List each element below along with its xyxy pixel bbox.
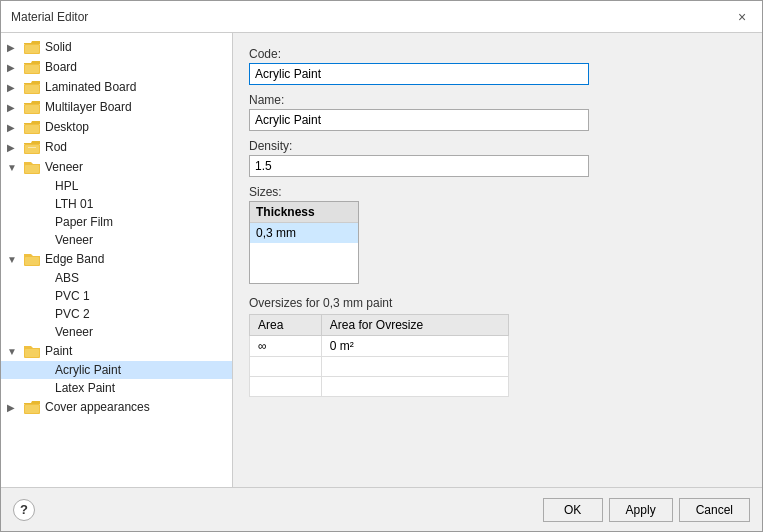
tree-item-veneer[interactable]: ▼ Veneer — [1, 157, 232, 177]
folder-icon-multilayer-board — [23, 99, 41, 115]
sizes-section: Sizes: Thickness 0,3 mm — [249, 185, 746, 284]
sizes-list-empty — [250, 263, 358, 283]
material-tree: ▶ Solid▶ Board▶ Laminated Board▶ — [1, 33, 233, 487]
tree-label-hpl: HPL — [55, 179, 78, 193]
name-input[interactable] — [249, 109, 589, 131]
tree-item-hpl[interactable]: HPL — [1, 177, 232, 195]
sizes-list-empty — [250, 243, 358, 263]
oversizes-label: Oversizes for 0,3 mm paint — [249, 296, 746, 310]
folder-icon-laminated-board — [23, 79, 41, 95]
tree-item-paint[interactable]: ▼ Paint — [1, 341, 232, 361]
tree-item-veneer-child[interactable]: Veneer — [1, 231, 232, 249]
expand-icon-laminated-board: ▶ — [7, 82, 23, 93]
title-bar: Material Editor × — [1, 1, 762, 33]
dialog-title: Material Editor — [11, 10, 88, 24]
tree-item-cover-appearances[interactable]: ▶ Cover appearances — [1, 397, 232, 417]
oversize-cell: ∞ — [250, 336, 322, 357]
tree-label-cover-appearances: Cover appearances — [45, 400, 150, 414]
expand-icon-veneer: ▼ — [7, 162, 23, 173]
svg-rect-2 — [25, 45, 39, 53]
tree-item-pvc1[interactable]: PVC 1 — [1, 287, 232, 305]
sizes-list: Thickness 0,3 mm — [249, 201, 359, 284]
expand-icon-desktop: ▶ — [7, 122, 23, 133]
tree-item-edge-band[interactable]: ▼ Edge Band — [1, 249, 232, 269]
tree-label-solid: Solid — [45, 40, 72, 54]
svg-rect-18 — [28, 147, 36, 148]
tree-item-desktop[interactable]: ▶ Desktop — [1, 117, 232, 137]
expand-icon-solid: ▶ — [7, 42, 23, 53]
ok-button[interactable]: OK — [543, 498, 603, 522]
tree-item-laminated-board[interactable]: ▶ Laminated Board — [1, 77, 232, 97]
tree-label-pvc2: PVC 2 — [55, 307, 90, 321]
tree-item-rod[interactable]: ▶ Rod — [1, 137, 232, 157]
tree-item-latex-paint[interactable]: Latex Paint — [1, 379, 232, 397]
expand-icon-board: ▶ — [7, 62, 23, 73]
tree-label-acrylic-paint: Acrylic Paint — [55, 363, 121, 377]
folder-icon-desktop — [23, 119, 41, 135]
svg-marker-23 — [24, 254, 40, 257]
folder-icon-solid — [23, 39, 41, 55]
oversize-cell: 0 m² — [321, 336, 508, 357]
oversize-row-empty — [250, 377, 509, 397]
svg-rect-11 — [25, 105, 39, 113]
expand-icon-multilayer-board: ▶ — [7, 102, 23, 113]
svg-rect-27 — [25, 349, 39, 357]
name-label: Name: — [249, 93, 746, 107]
content-area: ▶ Solid▶ Board▶ Laminated Board▶ — [1, 33, 762, 487]
folder-icon-board — [23, 59, 41, 75]
tree-label-laminated-board: Laminated Board — [45, 80, 136, 94]
tree-label-latex-paint: Latex Paint — [55, 381, 115, 395]
folder-icon-rod — [23, 139, 41, 155]
tree-item-solid[interactable]: ▶ Solid — [1, 37, 232, 57]
close-button[interactable]: × — [732, 7, 752, 27]
svg-marker-7 — [24, 81, 40, 84]
oversize-col-header: Area for Ovresize — [321, 315, 508, 336]
tree-item-veneer2[interactable]: Veneer — [1, 323, 232, 341]
footer: ? OK Apply Cancel — [1, 487, 762, 531]
sizes-list-item[interactable]: 0,3 mm — [250, 223, 358, 243]
material-editor-dialog: Material Editor × ▶ Solid▶ Board▶ Lamin — [0, 0, 763, 532]
folder-icon-edge-band — [23, 251, 41, 267]
svg-rect-30 — [25, 405, 39, 413]
svg-rect-24 — [25, 257, 39, 265]
density-input[interactable] — [249, 155, 589, 177]
density-label: Density: — [249, 139, 746, 153]
svg-marker-4 — [24, 61, 40, 64]
svg-marker-29 — [24, 401, 40, 404]
folder-icon-paint — [23, 343, 41, 359]
svg-marker-16 — [24, 141, 40, 144]
svg-marker-1 — [24, 41, 40, 44]
tree-label-veneer-child: Veneer — [55, 233, 93, 247]
cancel-button[interactable]: Cancel — [679, 498, 750, 522]
tree-label-lth01: LTH 01 — [55, 197, 93, 211]
tree-item-paper-film[interactable]: Paper Film — [1, 213, 232, 231]
tree-item-board[interactable]: ▶ Board — [1, 57, 232, 77]
code-label: Code: — [249, 47, 746, 61]
oversizes-section: Oversizes for 0,3 mm paint AreaArea for … — [249, 296, 746, 397]
apply-button[interactable]: Apply — [609, 498, 673, 522]
code-field-group: Code: — [249, 47, 746, 85]
tree-item-acrylic-paint[interactable]: Acrylic Paint — [1, 361, 232, 379]
svg-rect-8 — [25, 85, 39, 93]
density-field-group: Density: — [249, 139, 746, 177]
svg-marker-26 — [24, 346, 40, 349]
main-panel: Code: Name: Density: Sizes: Thickness 0,… — [233, 33, 762, 487]
oversizes-table: AreaArea for Ovresize ∞0 m² — [249, 314, 509, 397]
tree-label-multilayer-board: Multilayer Board — [45, 100, 132, 114]
svg-marker-13 — [24, 121, 40, 124]
tree-item-abs[interactable]: ABS — [1, 269, 232, 287]
footer-left: ? — [13, 499, 35, 521]
folder-icon-veneer — [23, 159, 41, 175]
tree-label-paint: Paint — [45, 344, 72, 358]
tree-item-multilayer-board[interactable]: ▶ Multilayer Board — [1, 97, 232, 117]
code-input[interactable] — [249, 63, 589, 85]
oversize-row-empty — [250, 357, 509, 377]
svg-marker-20 — [24, 162, 40, 165]
expand-icon-rod: ▶ — [7, 142, 23, 153]
tree-item-lth01[interactable]: LTH 01 — [1, 195, 232, 213]
folder-icon-cover-appearances — [23, 399, 41, 415]
help-button[interactable]: ? — [13, 499, 35, 521]
tree-item-pvc2[interactable]: PVC 2 — [1, 305, 232, 323]
tree-label-veneer2: Veneer — [55, 325, 93, 339]
svg-rect-21 — [25, 165, 39, 173]
